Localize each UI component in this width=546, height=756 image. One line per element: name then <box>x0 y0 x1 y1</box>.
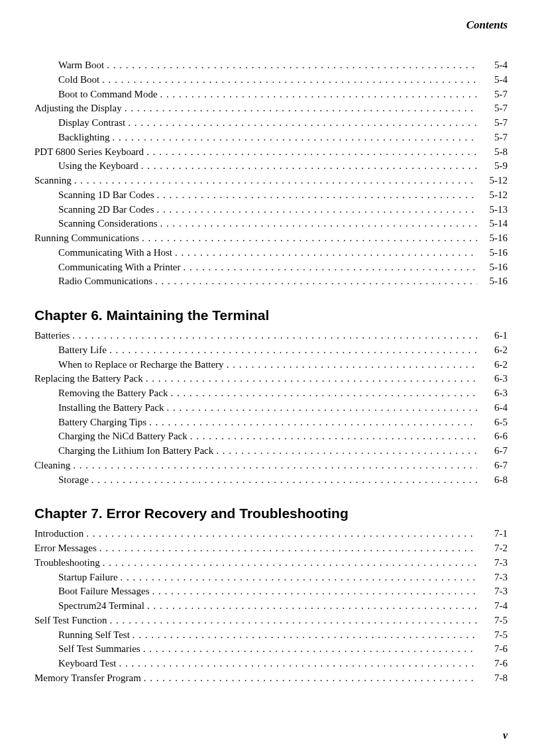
toc-entry-page: 5-13 <box>480 203 508 217</box>
toc-leader <box>141 159 477 174</box>
toc-entry: Scanning 2D Bar Codes5-13 <box>34 203 508 217</box>
toc-entry-page: 5-7 <box>480 116 508 131</box>
toc-leader <box>91 473 477 488</box>
chapter-heading: Chapter 6. Maintaining the Terminal <box>34 307 508 323</box>
toc-leader <box>103 556 477 570</box>
toc-entry: Warm Boot5-4 <box>34 58 508 73</box>
toc-entry-page: 7-3 <box>480 556 508 570</box>
toc-entry-page: 7-2 <box>480 541 508 556</box>
toc-entry: Battery Life6-2 <box>34 343 508 358</box>
toc-leader <box>216 444 477 459</box>
toc-entry-page: 5-9 <box>480 159 508 174</box>
toc-entry-page: 6-5 <box>480 415 508 430</box>
toc-leader <box>73 459 477 473</box>
toc-leader <box>86 527 477 541</box>
toc-leader <box>99 541 477 556</box>
toc-entry-page: 6-7 <box>480 459 508 473</box>
toc-entry-page: 6-2 <box>480 358 508 372</box>
toc-section: Chapter 7. Error Recovery and Troublesho… <box>34 506 508 685</box>
toc-leader <box>102 73 477 87</box>
toc-leader <box>167 401 477 415</box>
toc-leader <box>109 343 477 358</box>
toc-leader <box>155 274 477 289</box>
toc-entry-label: Adjusting the Display <box>34 101 122 116</box>
toc-entry: Running Self Test7-5 <box>34 628 508 643</box>
toc-entry-page: 5-7 <box>480 131 508 145</box>
toc-leader <box>144 671 477 686</box>
page-header-label: Contents <box>34 19 508 32</box>
toc-container: Warm Boot5-4Cold Boot5-4Boot to Command … <box>34 58 508 686</box>
toc-entry-label: Startup Failure <box>58 570 118 585</box>
toc-leader <box>157 203 477 217</box>
toc-leader <box>74 174 477 188</box>
toc-entry-label: Charging the NiCd Battery Pack <box>58 429 188 444</box>
toc-leader <box>157 188 477 203</box>
toc-entry-label: Removing the Battery Pack <box>58 386 168 401</box>
toc-leader <box>107 58 477 73</box>
toc-entry: Introduction7-1 <box>34 527 508 541</box>
toc-entry-page: 6-4 <box>480 401 508 415</box>
toc-entry-page: 7-4 <box>480 599 508 614</box>
toc-entry-label: PDT 6800 Series Keyboard <box>34 145 144 160</box>
toc-leader <box>147 599 477 614</box>
toc-entry-page: 5-12 <box>480 188 508 203</box>
toc-entry: Self Test Summaries7-6 <box>34 642 508 657</box>
toc-entry-page: 6-2 <box>480 343 508 358</box>
toc-entry-page: 7-5 <box>480 628 508 643</box>
toc-entry-page: 5-4 <box>480 73 508 87</box>
toc-entry: Communicating With a Host5-16 <box>34 246 508 260</box>
toc-leader <box>149 415 477 430</box>
toc-entry: Self Test Function7-5 <box>34 614 508 628</box>
toc-entry: Installing the Battery Pack6-4 <box>34 401 508 415</box>
toc-entry: Replacing the Battery Pack6-3 <box>34 372 508 386</box>
toc-entry-page: 6-8 <box>480 473 508 488</box>
toc-entry-label: Self Test Function <box>34 614 107 628</box>
toc-leader <box>160 217 477 231</box>
toc-entry: Batteries6-1 <box>34 329 508 343</box>
toc-entry-label: Self Test Summaries <box>58 642 140 657</box>
toc-leader <box>175 246 477 260</box>
toc-leader <box>146 145 477 160</box>
toc-entry: PDT 6800 Series Keyboard5-8 <box>34 145 508 160</box>
toc-entry-page: 5-16 <box>480 246 508 260</box>
toc-entry-label: Boot Failure Messages <box>58 584 149 599</box>
toc-leader <box>152 584 477 599</box>
toc-entry-page: 7-5 <box>480 614 508 628</box>
toc-entry: Keyboard Test7-6 <box>34 657 508 671</box>
toc-entry: Memory Transfer Program7-8 <box>34 671 508 686</box>
toc-entry-page: 6-3 <box>480 386 508 401</box>
toc-leader <box>190 429 477 444</box>
toc-entry-page: 5-8 <box>480 145 508 160</box>
toc-entry-page: 5-4 <box>480 58 508 73</box>
toc-entry-label: Introduction <box>34 527 83 541</box>
toc-entry: Boot to Command Mode5-7 <box>34 87 508 102</box>
toc-entry-page: 5-7 <box>480 87 508 102</box>
toc-leader <box>170 386 477 401</box>
toc-entry-label: Battery Life <box>58 343 107 358</box>
toc-leader <box>133 628 477 643</box>
toc-entry-label: Running Communications <box>34 231 139 246</box>
toc-entry: Using the Keyboard5-9 <box>34 159 508 174</box>
toc-entry-label: Battery Charging Tips <box>58 415 146 430</box>
toc-entry-label: Running Self Test <box>58 628 130 643</box>
toc-entry: Spectrum24 Terminal7-4 <box>34 599 508 614</box>
page-number: v <box>503 729 508 741</box>
toc-entry: Battery Charging Tips6-5 <box>34 415 508 430</box>
chapter-heading: Chapter 7. Error Recovery and Troublesho… <box>34 506 508 521</box>
toc-entry: Display Contrast5-7 <box>34 116 508 131</box>
toc-entry: Boot Failure Messages7-3 <box>34 584 508 599</box>
toc-entry: Troubleshooting7-3 <box>34 556 508 570</box>
toc-entry: Scanning Considerations5-14 <box>34 217 508 231</box>
toc-entry: Charging the Lithium Ion Battery Pack6-7 <box>34 444 508 459</box>
toc-leader <box>128 116 477 131</box>
toc-entry: When to Replace or Recharge the Battery6… <box>34 358 508 372</box>
toc-entry-page: 6-1 <box>480 329 508 343</box>
toc-leader <box>110 614 477 628</box>
toc-leader <box>160 87 477 102</box>
toc-entry: Error Messages7-2 <box>34 541 508 556</box>
toc-entry-label: Boot to Command Mode <box>58 87 158 102</box>
toc-entry-page: 5-16 <box>480 231 508 246</box>
toc-entry-label: Backlighting <box>58 131 110 145</box>
toc-entry-page: 5-14 <box>480 217 508 231</box>
toc-entry: Cleaning6-7 <box>34 459 508 473</box>
